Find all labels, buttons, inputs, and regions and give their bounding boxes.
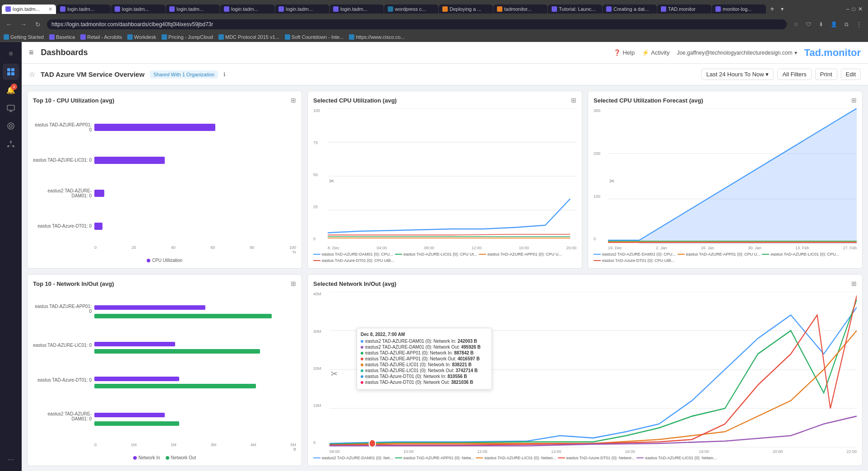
new-tab-button[interactable]: + — [766, 3, 778, 15]
bookmark-cisco[interactable]: https://www.cisco.co... — [349, 34, 404, 40]
shared-badge[interactable]: Shared With 1 Organization — [150, 70, 218, 79]
bookmark-getting-started[interactable]: Getting Started — [4, 34, 44, 40]
print-button[interactable]: Print — [815, 69, 837, 80]
tab-favicon-deploying — [442, 6, 448, 12]
bookmark-icon-workdesk — [127, 34, 133, 40]
reload-button[interactable]: ↻ — [32, 19, 43, 30]
sidebar-item-menu[interactable]: ≡ — [3, 46, 19, 62]
sidebar-item-more[interactable]: ··· — [3, 452, 19, 468]
user-email: Joe.gaffney@technologyarchitecturedesign… — [677, 50, 792, 56]
bookmark-star-icon[interactable]: ☆ — [790, 19, 801, 30]
maximize-button[interactable]: □ — [852, 6, 855, 12]
back-button[interactable]: ← — [4, 19, 14, 30]
tab-6[interactable]: login.tadm... — [275, 5, 329, 14]
legend-forecast-color-dam01 — [594, 254, 601, 255]
close-button[interactable]: ✕ — [858, 6, 863, 12]
tab-tutorial[interactable]: Tutorial: Launc... — [548, 5, 602, 14]
cpu-top10-menu-icon[interactable]: ⊞ — [291, 97, 296, 104]
tab-tadmonitor[interactable]: tadmonitor... — [493, 5, 548, 14]
tooltip-row-7: eastus TAD-Azure-DT01 (0): Network In: 8… — [361, 374, 488, 379]
extensions-icon[interactable]: ⧉ — [841, 19, 852, 30]
legend-network-in-dot — [133, 456, 137, 460]
tooltip-dot-4 — [361, 358, 363, 360]
bookmark-label-soft-countdown: Soft Countdown - Inte... — [292, 34, 344, 40]
svg-point-7 — [10, 141, 12, 143]
logo-text: Tad. — [804, 47, 824, 58]
bar-container-2 — [94, 157, 296, 164]
network-bar-row-2a: eastus TAD-AZURE-LIC01: 0 — [33, 342, 296, 349]
cpu-forecast-title: Selected CPU Utilization Forecast (avg) — [594, 97, 703, 104]
network-top10-menu-icon[interactable]: ⊞ — [291, 280, 296, 287]
tooltip-label-1: eastus2 TAD-AZURE-DAM01 (0): Network In:… — [365, 339, 477, 344]
network-top10-header: Top 10 - Network In/Out (avg) ⊞ — [33, 280, 296, 287]
cpu-selected-menu-icon[interactable]: ⊞ — [571, 97, 576, 104]
sidebar-item-dashboard[interactable] — [3, 64, 19, 80]
bar-container-3 — [94, 190, 296, 197]
tab-3[interactable]: login.tadm... — [111, 5, 165, 14]
info-icon[interactable]: ℹ — [223, 71, 226, 78]
network-top10-unit: B — [33, 447, 296, 452]
edit-button[interactable]: Edit — [841, 69, 861, 80]
tab-favicon-4 — [169, 6, 175, 12]
tab-5[interactable]: login.tadm... — [220, 5, 274, 14]
cpu-selected-svg: ✂ — [328, 108, 576, 244]
sidebar-item-topology[interactable] — [3, 136, 19, 152]
browser-toolbar: ← → ↻ ☆ 🛡 ⬇ 👤 ⧉ ⋮ — [0, 16, 868, 33]
tooltip-label-4: eastus TAD-AZURE-APP01 (0): Network Out:… — [365, 356, 480, 361]
bookmark-mdc[interactable]: MDC Protocol 2015 v1... — [218, 34, 279, 40]
tab-overflow-button[interactable]: ▾ — [778, 4, 786, 14]
network-selected-legend: eastus2 TAD-AZURE-DAM01 (0): Net... east… — [313, 456, 857, 460]
bookmark-soft-countdown[interactable]: Soft Countdown - Inte... — [285, 34, 344, 40]
sidebar-item-integrations[interactable] — [3, 118, 19, 134]
tab-7[interactable]: login.tadm... — [330, 5, 384, 14]
activity-label: Activity — [651, 49, 669, 56]
tab-monitor-log[interactable]: monitor-log... — [712, 5, 766, 14]
tab-deploying[interactable]: Deploying a ... — [439, 5, 493, 14]
network-selected-menu-icon[interactable]: ⊞ — [851, 280, 857, 287]
favorite-star-icon[interactable]: ☆ — [29, 70, 35, 79]
bookmark-retail[interactable]: Retail - Acrobits — [80, 34, 122, 40]
tab-label-6: login.tadm... — [286, 6, 325, 12]
forward-button[interactable]: → — [18, 19, 29, 30]
bookmark-icon-cisco — [349, 34, 354, 40]
network-bar-out-3 — [94, 384, 296, 391]
tooltip-dot-6 — [361, 369, 363, 372]
download-icon[interactable]: ⬇ — [816, 19, 826, 30]
user-info-dropdown[interactable]: Joe.gaffney@technologyarchitecturedesign… — [677, 50, 797, 56]
tab-close-1[interactable]: ✕ — [48, 6, 52, 12]
browser-chrome: login.tadm... ✕ login.tadm... login.tadm… — [0, 0, 868, 42]
sidebar-item-monitors[interactable] — [3, 100, 19, 116]
bookmark-workdesk[interactable]: Workdesk — [127, 34, 156, 40]
all-filters-button[interactable]: All Filters — [777, 69, 811, 80]
cpu-forecast-legend: eastus2 TAD-AZURE-DAM01 (0): CPU... east… — [594, 252, 857, 263]
tooltip-dot-7 — [361, 375, 363, 378]
minimize-button[interactable]: – — [846, 6, 849, 12]
tab-2[interactable]: login.tadm... — [56, 5, 111, 14]
menu-icon[interactable]: ⋮ — [854, 19, 864, 30]
time-filter-chevron-icon: ▾ — [766, 71, 769, 78]
tab-tad-monitor[interactable]: TAD.monitor — [657, 5, 711, 14]
tab-creating[interactable]: Creating a dat... — [603, 5, 657, 14]
tab-4[interactable]: login.tadm... — [166, 5, 220, 14]
bookmark-pricing[interactable]: Pricing - JumpCloud — [162, 34, 213, 40]
svg-point-5 — [8, 123, 14, 129]
bookmark-basetica[interactable]: Basetica — [49, 34, 75, 40]
tab-wordpress[interactable]: wordpress c... — [384, 5, 438, 14]
network-bar-group-2: eastus TAD-AZURE-LIC01: 0 — [33, 342, 296, 356]
sidebar-item-alerts[interactable]: 🔔 4 — [3, 82, 19, 98]
hamburger-icon[interactable]: ≡ — [29, 48, 34, 57]
tooltip-dot-3 — [361, 352, 363, 354]
profile-icon[interactable]: 👤 — [828, 19, 839, 30]
tab-1[interactable]: login.tadm... ✕ — [2, 5, 56, 14]
tab-favicon-tad-monitor — [661, 6, 666, 12]
time-filter-dropdown[interactable]: Last 24 Hours To Now ▾ — [701, 69, 774, 80]
activity-button[interactable]: ⚡ Activity — [642, 49, 669, 56]
dashboard-subheader: ☆ TAD Azure VM Service Overview Shared W… — [22, 64, 868, 85]
tab-label-7: login.tadm... — [340, 6, 380, 12]
help-button[interactable]: ❓ Help — [613, 49, 635, 56]
network-bar-in-fill-2 — [94, 342, 175, 346]
address-bar[interactable] — [47, 19, 787, 29]
tooltip-title: Dec 8, 2022, 7:00 AM — [361, 332, 488, 337]
cpu-forecast-menu-icon[interactable]: ⊞ — [851, 97, 857, 104]
cpu-forecast-chart-inner: ✂ 19. Dec 2. Jan 16. Jan 30. Jan 13. Feb… — [608, 108, 857, 250]
